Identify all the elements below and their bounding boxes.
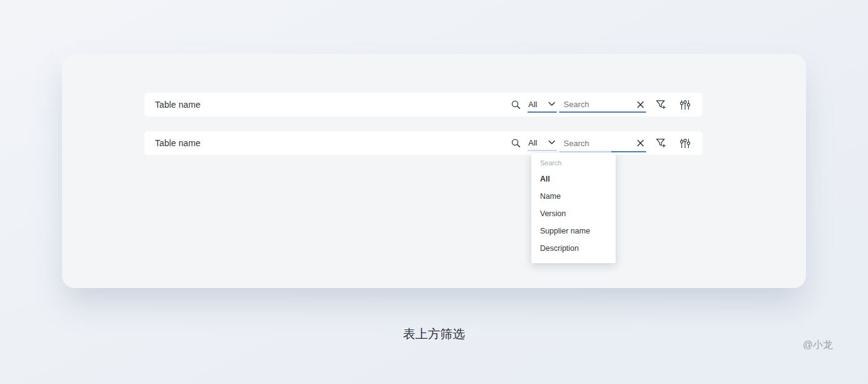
search-icon [511,138,521,148]
x-clear-icon[interactable] [637,139,644,147]
chevron-down-icon [548,102,556,107]
search-scope-select[interactable]: All [528,97,557,113]
search-scope-value: All [528,100,537,109]
watermark: @小龙 [803,339,833,352]
dropdown-item-version[interactable]: Version [531,205,616,222]
dropdown-item-supplier-name[interactable]: Supplier name [531,222,616,240]
search-field [559,97,646,113]
search-icon [511,100,521,110]
dropdown-item-name[interactable]: Name [531,188,616,205]
chevron-down-icon [548,140,556,145]
add-filter-button[interactable] [655,99,666,110]
search-scope-value: All [528,138,537,147]
settings-button[interactable] [680,100,691,110]
search-scope-select[interactable]: All [528,136,557,151]
dropdown-item-all[interactable]: All [531,170,616,188]
toolbar-controls: All [511,131,691,155]
settings-button[interactable] [680,138,691,149]
table-title: Table name [155,138,200,148]
dropdown-search-input[interactable] [540,159,604,167]
table-toolbar-2: Table name All [144,131,702,155]
add-filter-button[interactable] [655,137,666,149]
search-input[interactable] [559,136,646,151]
dropdown-item-description[interactable]: Description [531,240,616,257]
table-title: Table name [155,100,200,110]
funnel-plus-icon [655,99,666,110]
caption: 表上方筛选 [0,326,868,343]
underline-active [611,151,646,152]
sliders-icon [680,138,691,149]
funnel-plus-icon [655,137,666,149]
table-toolbar-1: Table name All [144,93,702,116]
underline-muted [559,151,611,152]
page: Table name All [0,0,868,384]
toolbar-controls: All [511,93,691,116]
search-input[interactable] [559,97,646,111]
search-field [559,136,646,151]
sliders-icon [680,100,691,110]
x-clear-icon[interactable] [637,101,644,108]
content-card [62,54,806,288]
select-dropdown: All Name Version Supplier name Descripti… [531,153,616,263]
